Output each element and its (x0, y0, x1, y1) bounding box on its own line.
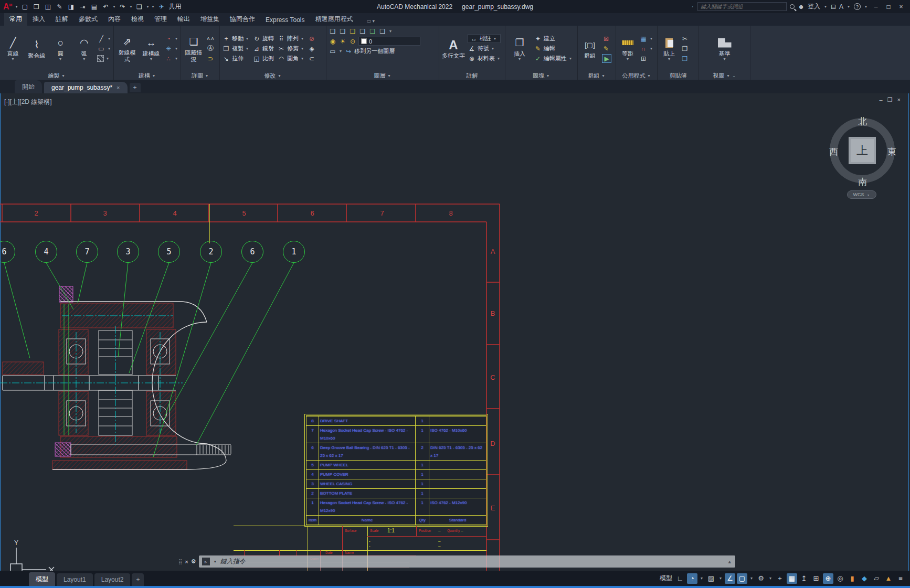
base-view-button[interactable]: 基準▾ (713, 36, 737, 62)
redo-chevron-icon[interactable]: ▾ (129, 4, 133, 9)
panel-view-label[interactable]: 視圖▾⌄ (699, 71, 750, 80)
command-window-icon[interactable]: ▹ (202, 558, 210, 565)
fillet-button[interactable]: ◠圓角▾ (277, 54, 304, 63)
scale-button[interactable]: ◱比例 (252, 54, 274, 63)
bulb-icon[interactable]: ◉ (329, 38, 337, 45)
layer-properties-icon[interactable]: ❏ (329, 28, 337, 35)
construction-line-button[interactable]: ↔建構線▾ (140, 36, 162, 62)
share-label[interactable]: 共用 (168, 2, 181, 11)
search-input[interactable] (697, 2, 787, 11)
help-icon[interactable]: ? (854, 3, 861, 10)
erase-construction-button[interactable]: ∴▾ (164, 54, 178, 63)
tab-model[interactable]: 模型 (29, 572, 55, 586)
isoplane-icon[interactable]: ▨ (706, 573, 716, 584)
erase-button[interactable]: ⊘ (308, 34, 316, 43)
panel-group-label[interactable]: 群組▾ (578, 71, 616, 80)
hardware-acceleration-icon[interactable]: ▲ (883, 573, 894, 584)
tab-layout2[interactable]: Layout2 (94, 573, 131, 586)
tab-layout1[interactable]: Layout1 (57, 573, 93, 586)
panel-modify-label[interactable]: 修改▾ (220, 71, 326, 80)
balloon-callout[interactable]: 2 (200, 241, 222, 263)
customization-gear-icon[interactable]: ⚙ (756, 573, 766, 584)
open-from-mobile-button[interactable]: ◨ (66, 2, 76, 12)
rectangle-button[interactable]: ▭▾ (97, 44, 111, 53)
app-menu-chevron-icon[interactable]: ▾ (14, 4, 18, 9)
group-button[interactable]: [▢]群組 (580, 38, 600, 59)
group-edit-button[interactable]: ✎ (602, 44, 611, 53)
tab-view[interactable]: 檢視 (126, 13, 149, 26)
import-button[interactable]: ⇥ (77, 2, 88, 12)
signin-label[interactable]: 登入 (808, 2, 820, 11)
wcs-menu[interactable]: WCS▾ (847, 190, 876, 199)
balloon-callout[interactable]: 5 (158, 241, 180, 263)
dimension-button[interactable]: ↔標註▾ (468, 34, 501, 43)
offset-button[interactable]: ⊂ (308, 54, 316, 63)
object-snap-tracking-icon[interactable]: ▢ (737, 573, 747, 584)
trim-button[interactable]: ✂修剪▾ (277, 44, 304, 53)
layer-lock-icon[interactable]: ❏ (368, 28, 377, 35)
tab-addins[interactable]: 增益集 (195, 13, 225, 26)
quick-select-button[interactable]: ▦▾ (639, 34, 653, 43)
balloon-callout[interactable]: 3 (117, 241, 139, 263)
rotate-button[interactable]: ↻旋轉 (252, 34, 274, 43)
isoplane-chevron-icon[interactable]: ▾ (718, 573, 723, 584)
isolate-objects-icon[interactable]: ◎ (835, 573, 845, 584)
table-row[interactable]: 5 PUMP WHEEL 1 (306, 460, 486, 469)
file-tab-start[interactable]: 開始 (15, 80, 42, 93)
file-tab-add-button[interactable]: + (130, 83, 141, 92)
autodesk-icon[interactable]: A (839, 3, 843, 10)
ray-mode-button[interactable]: ⇗射線模式 (116, 35, 138, 62)
panel-annotation-label[interactable]: 註解 (439, 71, 505, 80)
ungroup-button[interactable]: ⊠ (602, 34, 611, 43)
graphics-performance-icon[interactable]: ◆ (859, 573, 870, 584)
status-menu-icon[interactable]: ≡ (895, 573, 906, 584)
workspace-switch-button[interactable]: ❏ (134, 2, 144, 12)
line-button[interactable]: ╱直線▾ (2, 36, 24, 62)
annotation-add-icon[interactable]: ⊞ (811, 573, 821, 584)
symbol-button[interactable]: ∡符號▾ (468, 44, 501, 53)
copy-button[interactable]: ❐複製▾ (222, 44, 249, 53)
snap-mode-icon[interactable]: ◔ (687, 573, 697, 584)
panel-draw-label[interactable]: 繪製▾ (0, 71, 113, 80)
gear-chevron-icon[interactable]: ▾ (768, 573, 773, 584)
balloon-callout[interactable]: 6 (241, 241, 263, 263)
polyline-button[interactable]: ⌇聚合線 (26, 38, 47, 59)
tab-insert[interactable]: 插入 (27, 13, 50, 26)
tab-featured-apps[interactable]: 精選應用程式 (310, 13, 358, 26)
move-layer-row[interactable]: ▭ ▾ ↪ 移到另一個圖層 (329, 47, 437, 56)
tab-output[interactable]: 輸出 (172, 13, 195, 26)
layer-isolate-icon[interactable]: ❏ (348, 28, 357, 35)
share-icon[interactable]: ✈ (156, 2, 166, 12)
insert-block-button[interactable]: ❒插入▾ (507, 36, 532, 62)
command-grip-icon[interactable]: ⣿ (178, 559, 182, 564)
cart-icon[interactable]: ⊟ (831, 3, 836, 10)
hide-situation-button[interactable]: ❏隱藏情況 (183, 35, 204, 62)
grid-toggle-icon[interactable]: ∟ (675, 573, 685, 584)
paste-special-button[interactable]: ❒ (681, 54, 689, 63)
compass-east[interactable]: 東 (887, 146, 896, 158)
command-input[interactable]: ▹ ▾ 鍵入指令 ▲ (199, 555, 735, 568)
panel-block-label[interactable]: 圖塊▾ (505, 71, 577, 80)
command-history-up-icon[interactable]: ▲ (727, 559, 732, 564)
search-expand-icon[interactable]: › (690, 4, 694, 9)
table-row[interactable]: 8 DRIVE SHAFT 1 (306, 416, 486, 425)
undo-chevron-icon[interactable]: ▾ (112, 4, 116, 9)
break-view-button[interactable]: ⊃ (206, 54, 215, 63)
command-wrench-icon[interactable]: ⚙ (191, 558, 196, 565)
workspace-chevron-icon[interactable]: ▾ (145, 4, 150, 9)
signin-chevron-icon[interactable]: ▾ (823, 4, 828, 9)
measure-button[interactable]: 等距▾ (618, 36, 637, 62)
maximize-button[interactable]: □ (884, 3, 893, 10)
lock-ui-icon[interactable]: ⊕ (823, 573, 833, 584)
array-button[interactable]: ⠿陣列▾ (277, 34, 304, 43)
osnap-chevron-icon[interactable]: ▾ (749, 573, 754, 584)
tab-content[interactable]: 內容 (103, 13, 126, 26)
panel-detail-label[interactable]: 詳圖▾ (181, 71, 219, 80)
table-row[interactable]: 1 Hexagon Socket Head Cap Screw - ISO 47… (306, 498, 486, 515)
line-variant-button[interactable]: ╱▾ (97, 34, 111, 43)
file-tab-close-icon[interactable]: × (117, 84, 120, 91)
help-chevron-icon[interactable]: ▾ (864, 4, 868, 9)
drawing-canvas[interactable]: [-][上][2D 線架構] – ❐ × (0, 93, 910, 571)
construction-points-button[interactable]: ✳▾ (164, 44, 178, 53)
sun-icon[interactable]: ☀ (338, 38, 347, 45)
